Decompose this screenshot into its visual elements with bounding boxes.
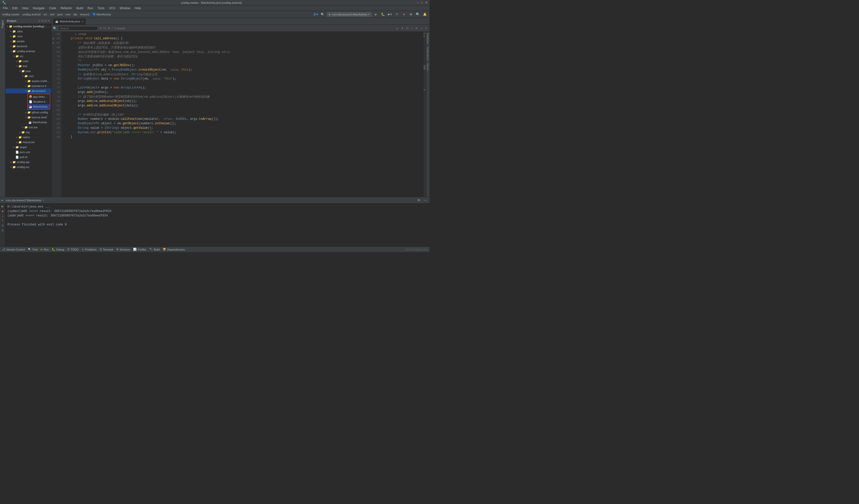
panel-settings-btn[interactable]: ⚙: [45, 19, 47, 22]
search-cc[interactable]: Cc: [103, 27, 106, 30]
tree-item-dta-lesson2[interactable]: ▾ 📁 dta.lesson2: [5, 89, 51, 93]
run-status-btn[interactable]: ▶ Run: [41, 248, 49, 251]
menu-help[interactable]: Help: [133, 6, 143, 11]
breadcrumb-android[interactable]: unidbg-android: [22, 13, 41, 16]
search-in-selection-btn[interactable]: ≡: [410, 27, 413, 30]
tab-close-btn[interactable]: ✕: [81, 20, 84, 23]
breadcrumb-com[interactable]: com: [65, 13, 71, 16]
project-tab[interactable]: Project: [1, 19, 4, 30]
breadcrumb-dta[interactable]: dta: [73, 13, 77, 16]
tree-item-test[interactable]: ▾ 📁 test: [5, 64, 51, 68]
run-print-icon[interactable]: 🖨: [1, 229, 4, 232]
search-regex[interactable]: .*: [112, 27, 114, 30]
menu-navigate[interactable]: Navigate: [31, 6, 47, 11]
tree-item-java[interactable]: ▾ 📁 java: [5, 68, 51, 74]
find-btn[interactable]: 🔍 Find: [28, 248, 37, 251]
notifications-btn[interactable]: 🔔: [422, 12, 427, 17]
search-word[interactable]: W: [108, 27, 110, 30]
run-minimize-btn[interactable]: ─: [423, 198, 428, 203]
tree-item-so[interactable]: 📄 libnative-lib.so: [28, 99, 50, 104]
search-close-btn[interactable]: ✕: [424, 27, 428, 30]
search-prev-btn[interactable]: ▲: [395, 27, 400, 30]
menu-file[interactable]: File: [1, 6, 10, 11]
breadcrumb-src[interactable]: src: [44, 13, 47, 16]
stop-btn[interactable]: ■: [401, 12, 407, 17]
tree-item-main[interactable]: ▸ 📁 main: [5, 59, 51, 64]
menu-run[interactable]: Run: [86, 6, 95, 11]
menu-code[interactable]: Code: [47, 6, 58, 11]
tree-item-pom[interactable]: 📄 pom.xml: [5, 149, 51, 155]
close-btn[interactable]: ✕: [425, 1, 427, 4]
tree-item-target[interactable]: ▸ 📁 target: [5, 145, 51, 149]
run-settings-btn[interactable]: ⚙: [416, 198, 422, 203]
search-input[interactable]: [58, 26, 98, 31]
profile-run-btn[interactable]: ⏱: [394, 12, 400, 17]
scroll-thumb[interactable]: [423, 65, 425, 70]
dependencies-btn[interactable]: 📦 Dependencies: [163, 248, 185, 251]
replace-toggle[interactable]: ⟳: [100, 27, 102, 30]
terminal-btn[interactable]: ⊡ Terminal: [100, 248, 113, 251]
tree-item-mvn[interactable]: ▸ 📁 .mvn: [5, 34, 51, 39]
search-wrap-btn[interactable]: ⊡: [405, 27, 409, 30]
tree-item-root[interactable]: ▾ 📁 unidbg-master [unidbg] D:\unidbg-mas…: [5, 24, 51, 29]
menu-edit[interactable]: Edit: [10, 6, 19, 11]
minimize-btn[interactable]: ─: [417, 1, 419, 4]
tree-item-resources[interactable]: ▸ 📁 resources: [5, 140, 51, 145]
breadcrumb-lesson2[interactable]: lesson2: [80, 13, 90, 16]
maximize-btn[interactable]: □: [421, 1, 423, 4]
run-with-coverage-btn[interactable]: ▶%: [387, 12, 393, 17]
run-button[interactable]: ▶: [373, 12, 379, 17]
menu-window[interactable]: Window: [118, 6, 132, 11]
run-scroll-end-icon[interactable]: ⤓: [1, 215, 4, 218]
debug-button[interactable]: 🐛: [380, 12, 386, 17]
collapse-all-btn[interactable]: ⊟: [42, 19, 44, 22]
menu-vcs[interactable]: VCS: [107, 6, 117, 11]
tree-item-src[interactable]: ▾ 📁 src: [5, 54, 51, 59]
run-config-selector[interactable]: ▶ com.dta.lesson2.MainActivity ▾: [327, 12, 372, 17]
tree-item-apk[interactable]: 📦 app-debug.apk: [28, 94, 50, 99]
tree-item-unidbg-api[interactable]: ▸ 📁 unidbg-api: [5, 160, 51, 164]
run-scroll-top-icon[interactable]: ⤒: [1, 219, 4, 222]
search-btn[interactable]: 🔍: [415, 12, 421, 17]
locate-file-btn[interactable]: ◎: [38, 19, 41, 22]
search-filter-btn[interactable]: ⊿: [419, 27, 423, 30]
profiler-btn[interactable]: 📊 Profiler: [133, 248, 146, 251]
tree-item-native[interactable]: ▸ 📁 native: [5, 135, 51, 140]
version-control-btn[interactable]: ⎇ Version Control: [2, 248, 25, 251]
tree-item-mainactivity-kanxue[interactable]: ☕ MainActivity: [5, 120, 51, 125]
tree-item-sunjna[interactable]: ▸ 📁 sun.jna: [5, 125, 51, 130]
search-context-btn[interactable]: ⚙: [414, 27, 419, 30]
breadcrumb-test[interactable]: test: [50, 13, 55, 16]
tree-item-kanxue[interactable]: ▾ 📁 kanxue.test2: [5, 115, 51, 120]
title-bar-controls[interactable]: ─ □ ✕: [417, 1, 427, 4]
run-clear-icon[interactable]: ⊘: [1, 224, 4, 227]
todo-btn[interactable]: ☑ TODO: [67, 248, 79, 251]
tree-item-unidbg-android[interactable]: ▾ 📁 unidbg-android: [5, 49, 51, 54]
run-play-icon[interactable]: ▶: [1, 205, 4, 208]
services-btn[interactable]: ⚙ Services: [116, 248, 130, 251]
search-everywhere-btn[interactable]: 🔍: [320, 12, 325, 17]
menu-tools[interactable]: Tools: [95, 6, 106, 11]
menu-view[interactable]: View: [20, 6, 30, 11]
tree-item-mainactivity-dta[interactable]: ☕ MainActivity: [28, 104, 50, 109]
maven-label[interactable]: Maven: [426, 62, 430, 72]
tree-item-backend[interactable]: ▸ 📁 backend: [5, 44, 51, 49]
database-label[interactable]: Database: [426, 32, 430, 46]
search-next-btn[interactable]: ▼: [400, 27, 405, 30]
tree-item-com[interactable]: ▾ 📁 com: [5, 74, 51, 79]
notifications-label[interactable]: Notifications: [426, 46, 430, 62]
tree-item-org[interactable]: ▸ 📁 org: [5, 130, 51, 135]
menu-build[interactable]: Build: [74, 6, 85, 11]
tree-item-anjuke[interactable]: ▸ 📁 anjuke.mobile.sign: [5, 79, 51, 83]
tree-item-unidbg-ios[interactable]: ▸ 📁 unidbg-ios: [5, 164, 51, 170]
problems-btn[interactable]: ⚠ Problems: [81, 248, 96, 251]
breadcrumb-mainactivity[interactable]: MainActivity: [96, 13, 111, 16]
tree-item-pullsh[interactable]: 📄 pull.sh: [5, 155, 51, 160]
profile-btn[interactable]: 👤▾: [313, 12, 318, 17]
tree-item-github[interactable]: ▸ 📁 github.unidbg: [5, 110, 51, 115]
editor-tab-mainactivity[interactable]: ☕ MainActivity.java ✕: [52, 18, 86, 25]
breadcrumb-java[interactable]: java: [58, 13, 62, 16]
tree-item-idea[interactable]: ▸ 📁 .idea: [5, 29, 51, 34]
tree-item-assets[interactable]: ▸ 📁 assets: [5, 39, 51, 44]
run-tab-close[interactable]: ✕: [42, 199, 44, 202]
